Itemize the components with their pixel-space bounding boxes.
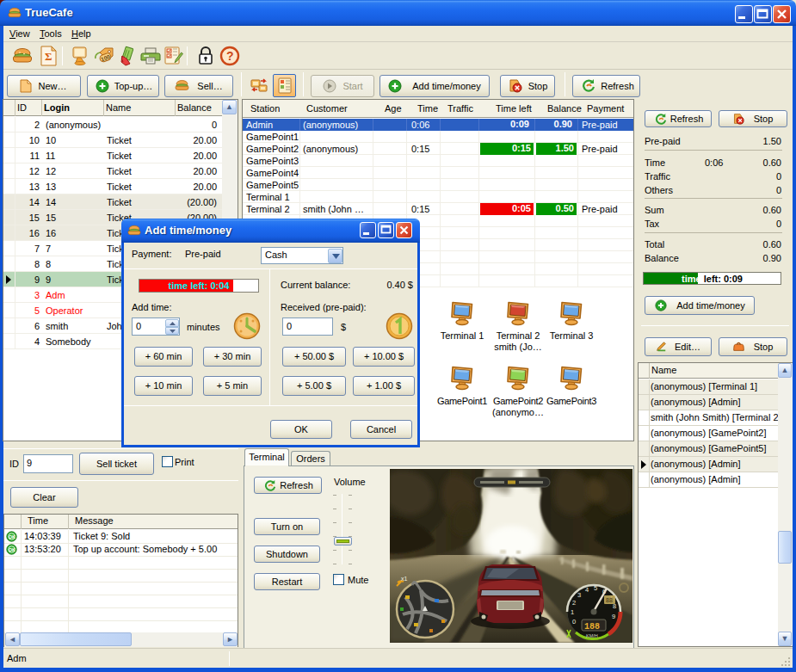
svg-text:188: 188 [584, 622, 600, 632]
svg-text:5: 5 [594, 584, 597, 592]
svg-text:Σ: Σ [45, 50, 52, 63]
svg-text:88: 88 [606, 597, 613, 603]
svg-text:3: 3 [577, 591, 581, 599]
svg-text:x1: x1 [401, 576, 408, 582]
svg-text:9: 9 [612, 613, 615, 620]
svg-text:1: 1 [571, 608, 574, 616]
svg-text:KM/H: KM/H [586, 633, 598, 638]
svg-text:OK: OK [9, 534, 15, 539]
svg-text:?: ? [226, 49, 234, 63]
svg-text:OK: OK [9, 547, 15, 552]
svg-text:2: 2 [572, 599, 576, 607]
svg-text:0: 0 [572, 618, 576, 626]
svg-text:4: 4 [585, 586, 589, 594]
